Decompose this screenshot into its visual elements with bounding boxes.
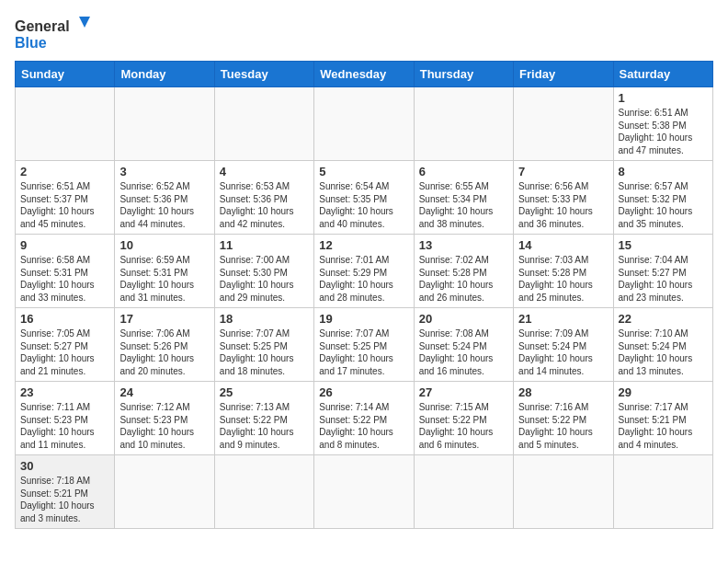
calendar-cell: 14Sunrise: 7:03 AM Sunset: 5:28 PM Dayli… (514, 235, 613, 308)
day-header-sunday: Sunday (16, 62, 115, 87)
day-number: 29 (619, 385, 708, 399)
day-info: Sunrise: 7:09 AM Sunset: 5:24 PM Dayligh… (518, 327, 608, 377)
day-number: 11 (220, 238, 309, 252)
calendar-cell: 21Sunrise: 7:09 AM Sunset: 5:24 PM Dayli… (514, 308, 613, 382)
calendar-cell: 29Sunrise: 7:17 AM Sunset: 5:21 PM Dayli… (613, 382, 712, 455)
day-info: Sunrise: 6:51 AM Sunset: 5:38 PM Dayligh… (619, 107, 708, 156)
day-info: Sunrise: 7:13 AM Sunset: 5:22 PM Dayligh… (220, 401, 309, 451)
day-info: Sunrise: 6:55 AM Sunset: 5:34 PM Dayligh… (419, 180, 508, 230)
calendar-cell: 24Sunrise: 7:12 AM Sunset: 5:23 PM Dayli… (115, 382, 214, 455)
calendar-cell (514, 455, 613, 529)
day-number: 3 (119, 165, 209, 178)
calendar-cell (314, 87, 414, 161)
day-number: 14 (518, 238, 608, 252)
calendar-cell: 27Sunrise: 7:15 AM Sunset: 5:22 PM Dayli… (414, 382, 513, 455)
day-number: 16 (20, 312, 109, 326)
day-info: Sunrise: 7:08 AM Sunset: 5:24 PM Dayligh… (419, 327, 508, 377)
day-info: Sunrise: 6:56 AM Sunset: 5:33 PM Dayligh… (518, 180, 608, 230)
day-info: Sunrise: 7:07 AM Sunset: 5:25 PM Dayligh… (319, 327, 408, 377)
calendar-week-6: 30Sunrise: 7:18 AM Sunset: 5:21 PM Dayli… (16, 455, 713, 529)
day-info: Sunrise: 7:01 AM Sunset: 5:29 PM Dayligh… (319, 254, 408, 304)
day-number: 23 (20, 385, 109, 399)
calendar-cell: 9Sunrise: 6:58 AM Sunset: 5:31 PM Daylig… (16, 235, 115, 308)
calendar-cell: 2Sunrise: 6:51 AM Sunset: 5:37 PM Daylig… (16, 161, 115, 235)
day-number: 15 (619, 238, 708, 252)
calendar-cell: 7Sunrise: 6:56 AM Sunset: 5:33 PM Daylig… (514, 161, 613, 235)
calendar-cell (214, 87, 313, 161)
day-info: Sunrise: 7:11 AM Sunset: 5:23 PM Dayligh… (20, 401, 109, 451)
calendar-cell: 22Sunrise: 7:10 AM Sunset: 5:24 PM Dayli… (613, 308, 712, 382)
logo-svg: GeneralBlue (15, 15, 97, 53)
day-header-saturday: Saturday (613, 62, 712, 87)
day-info: Sunrise: 7:10 AM Sunset: 5:24 PM Dayligh… (619, 327, 708, 377)
day-number: 1 (619, 91, 708, 105)
calendar-cell: 25Sunrise: 7:13 AM Sunset: 5:22 PM Dayli… (214, 382, 313, 455)
calendar-cell: 23Sunrise: 7:11 AM Sunset: 5:23 PM Dayli… (16, 382, 115, 455)
day-number: 12 (319, 238, 408, 252)
calendar-cell: 20Sunrise: 7:08 AM Sunset: 5:24 PM Dayli… (414, 308, 513, 382)
calendar-cell: 16Sunrise: 7:05 AM Sunset: 5:27 PM Dayli… (16, 308, 115, 382)
day-header-thursday: Thursday (414, 62, 513, 87)
calendar-cell: 6Sunrise: 6:55 AM Sunset: 5:34 PM Daylig… (414, 161, 513, 235)
day-number: 26 (319, 385, 408, 399)
svg-text:General: General (15, 18, 70, 34)
calendar-cell: 8Sunrise: 6:57 AM Sunset: 5:32 PM Daylig… (613, 161, 712, 235)
calendar-table: SundayMondayTuesdayWednesdayThursdayFrid… (15, 61, 713, 529)
day-info: Sunrise: 6:54 AM Sunset: 5:35 PM Dayligh… (319, 180, 408, 230)
calendar-cell: 26Sunrise: 7:14 AM Sunset: 5:22 PM Dayli… (314, 382, 414, 455)
calendar-header-row: SundayMondayTuesdayWednesdayThursdayFrid… (16, 62, 713, 87)
day-info: Sunrise: 7:16 AM Sunset: 5:22 PM Dayligh… (518, 401, 608, 451)
calendar-cell: 18Sunrise: 7:07 AM Sunset: 5:25 PM Dayli… (214, 308, 313, 382)
day-number: 21 (518, 312, 608, 326)
day-number: 7 (518, 165, 608, 178)
day-number: 20 (419, 312, 508, 326)
day-number: 13 (419, 238, 508, 252)
calendar-cell: 17Sunrise: 7:06 AM Sunset: 5:26 PM Dayli… (115, 308, 214, 382)
day-info: Sunrise: 6:52 AM Sunset: 5:36 PM Dayligh… (119, 180, 209, 230)
day-number: 24 (119, 385, 209, 399)
day-info: Sunrise: 7:17 AM Sunset: 5:21 PM Dayligh… (619, 401, 708, 451)
calendar-cell (16, 87, 115, 161)
day-number: 9 (20, 238, 109, 252)
svg-marker-2 (79, 17, 90, 28)
day-info: Sunrise: 7:15 AM Sunset: 5:22 PM Dayligh… (419, 401, 508, 451)
day-header-friday: Friday (514, 62, 613, 87)
calendar-cell (414, 455, 513, 529)
day-info: Sunrise: 7:12 AM Sunset: 5:23 PM Dayligh… (119, 401, 209, 451)
day-info: Sunrise: 7:00 AM Sunset: 5:30 PM Dayligh… (220, 254, 309, 304)
calendar-cell: 15Sunrise: 7:04 AM Sunset: 5:27 PM Dayli… (613, 235, 712, 308)
calendar-cell (613, 455, 712, 529)
calendar-cell: 10Sunrise: 6:59 AM Sunset: 5:31 PM Dayli… (115, 235, 214, 308)
day-info: Sunrise: 6:59 AM Sunset: 5:31 PM Dayligh… (119, 254, 209, 304)
day-number: 30 (20, 459, 109, 473)
calendar-week-5: 23Sunrise: 7:11 AM Sunset: 5:23 PM Dayli… (16, 382, 713, 455)
calendar-week-1: 1Sunrise: 6:51 AM Sunset: 5:38 PM Daylig… (16, 87, 713, 161)
day-number: 27 (419, 385, 508, 399)
calendar-cell: 28Sunrise: 7:16 AM Sunset: 5:22 PM Dayli… (514, 382, 613, 455)
calendar-cell: 30Sunrise: 7:18 AM Sunset: 5:21 PM Dayli… (16, 455, 115, 529)
day-header-tuesday: Tuesday (214, 62, 313, 87)
calendar-cell: 11Sunrise: 7:00 AM Sunset: 5:30 PM Dayli… (214, 235, 313, 308)
calendar-week-4: 16Sunrise: 7:05 AM Sunset: 5:27 PM Dayli… (16, 308, 713, 382)
day-info: Sunrise: 6:58 AM Sunset: 5:31 PM Dayligh… (20, 254, 109, 304)
day-info: Sunrise: 7:07 AM Sunset: 5:25 PM Dayligh… (220, 327, 309, 377)
calendar-cell (214, 455, 313, 529)
day-info: Sunrise: 7:03 AM Sunset: 5:28 PM Dayligh… (518, 254, 608, 304)
day-header-wednesday: Wednesday (314, 62, 414, 87)
day-info: Sunrise: 6:53 AM Sunset: 5:36 PM Dayligh… (220, 180, 309, 230)
calendar-cell: 19Sunrise: 7:07 AM Sunset: 5:25 PM Dayli… (314, 308, 414, 382)
day-number: 4 (220, 165, 309, 178)
calendar-cell (115, 455, 214, 529)
day-number: 5 (319, 165, 408, 178)
day-number: 19 (319, 312, 408, 326)
svg-text:Blue: Blue (15, 35, 47, 51)
day-info: Sunrise: 6:51 AM Sunset: 5:37 PM Dayligh… (20, 180, 109, 230)
calendar-cell: 12Sunrise: 7:01 AM Sunset: 5:29 PM Dayli… (314, 235, 414, 308)
logo: GeneralBlue (15, 15, 97, 53)
day-info: Sunrise: 7:18 AM Sunset: 5:21 PM Dayligh… (20, 475, 109, 524)
calendar-week-3: 9Sunrise: 6:58 AM Sunset: 5:31 PM Daylig… (16, 235, 713, 308)
day-info: Sunrise: 7:14 AM Sunset: 5:22 PM Dayligh… (319, 401, 408, 451)
day-info: Sunrise: 6:57 AM Sunset: 5:32 PM Dayligh… (619, 180, 708, 230)
calendar-cell (314, 455, 414, 529)
day-number: 18 (220, 312, 309, 326)
